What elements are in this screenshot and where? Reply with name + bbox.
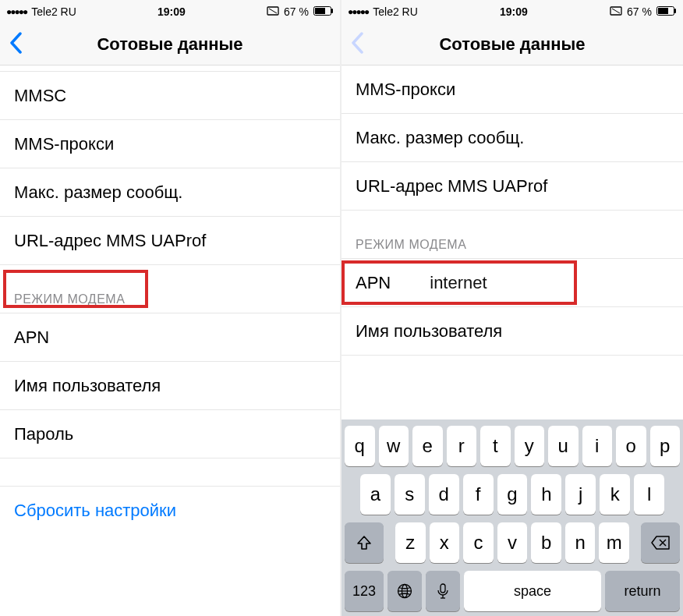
- row-apn[interactable]: APN: [0, 313, 340, 362]
- key-z[interactable]: z: [395, 522, 426, 563]
- signal-icon: ●●●●●: [6, 6, 27, 17]
- label-mms-proxy: MMS-прокси: [14, 134, 114, 154]
- status-left: ●●●●● Tele2 RU: [6, 5, 76, 18]
- back-button[interactable]: [346, 31, 368, 58]
- label-mms-proxy: MMS-прокси: [356, 80, 455, 100]
- row-max-size[interactable]: Макс. размер сообщ.: [0, 168, 340, 217]
- label-max-size: Макс. размер сообщ.: [14, 182, 182, 203]
- key-t[interactable]: t: [480, 426, 511, 466]
- key-p[interactable]: p: [650, 426, 681, 466]
- row-username[interactable]: Имя пользователя: [0, 362, 340, 410]
- key-d[interactable]: d: [429, 474, 459, 515]
- apn-value-input[interactable]: internet: [430, 273, 487, 293]
- row-username[interactable]: Имя пользователя: [342, 307, 683, 356]
- key-delete[interactable]: [641, 522, 680, 563]
- key-globe[interactable]: [388, 571, 422, 611]
- reset-button[interactable]: Сбросить настройки: [0, 487, 340, 535]
- key-v[interactable]: v: [497, 522, 528, 563]
- key-a[interactable]: a: [360, 474, 391, 515]
- key-g[interactable]: g: [497, 474, 528, 515]
- key-space-label: space: [514, 583, 551, 600]
- status-bar: ●●●●● Tele2 RU 19:09 67 %: [0, 0, 340, 23]
- key-123-label: 123: [352, 583, 376, 600]
- key-x[interactable]: x: [430, 522, 460, 563]
- key-n[interactable]: n: [565, 522, 596, 563]
- spacer: [0, 458, 340, 487]
- key-b[interactable]: b: [531, 522, 561, 563]
- row-apn[interactable]: APN internet: [342, 259, 683, 307]
- key-s[interactable]: s: [395, 474, 425, 515]
- page-title: Сотовые данные: [439, 34, 585, 55]
- row-mmsc[interactable]: MMSC: [0, 72, 340, 120]
- key-mic[interactable]: [426, 571, 460, 611]
- key-q[interactable]: q: [345, 426, 375, 466]
- rotation-lock-icon: [267, 5, 279, 19]
- status-right: 67 %: [610, 5, 677, 19]
- key-l[interactable]: l: [634, 474, 664, 515]
- status-bar: ●●●●● Tele2 RU 19:09 67 %: [342, 0, 683, 23]
- row-mms-proxy[interactable]: MMS-прокси: [342, 65, 683, 114]
- settings-list: MMSC MMS-прокси Макс. размер сообщ. URL-…: [0, 65, 340, 616]
- row-ua-prof[interactable]: URL-адрес MMS UAProf: [0, 217, 340, 265]
- svg-rect-6: [658, 8, 668, 14]
- key-f[interactable]: f: [463, 474, 494, 515]
- keyboard: qwertyuiop asdfghjkl zxcvbnm 123 space r…: [342, 420, 683, 616]
- label-password: Пароль: [14, 424, 73, 444]
- key-i[interactable]: i: [582, 426, 613, 466]
- battery-icon: [656, 5, 677, 18]
- row-ua-prof[interactable]: URL-адрес MMS UAProf: [342, 162, 683, 211]
- key-space[interactable]: space: [464, 571, 601, 611]
- key-k[interactable]: k: [600, 474, 630, 515]
- key-shift[interactable]: [345, 522, 384, 563]
- key-return-label: return: [624, 583, 660, 600]
- row-mms-proxy[interactable]: MMS-прокси: [0, 120, 340, 168]
- nav-bar: Сотовые данные: [342, 23, 683, 65]
- label-ua-prof: URL-адрес MMS UAProf: [14, 231, 206, 251]
- status-time: 19:09: [500, 5, 528, 18]
- battery-icon: [313, 5, 334, 18]
- label-username: Имя пользователя: [14, 376, 161, 396]
- kb-row-2: asdfghjkl: [345, 474, 680, 515]
- key-o[interactable]: o: [616, 426, 646, 466]
- page-title: Сотовые данные: [97, 34, 242, 55]
- phone-right: ●●●●● Tele2 RU 19:09 67 % Сотовые данные…: [342, 0, 683, 616]
- key-c[interactable]: c: [463, 522, 494, 563]
- phone-left: ●●●●● Tele2 RU 19:09 67 % Сотовые данные…: [0, 0, 342, 616]
- status-time: 19:09: [157, 5, 186, 18]
- svg-rect-3: [331, 9, 333, 13]
- key-123[interactable]: 123: [345, 571, 384, 611]
- key-m[interactable]: m: [599, 522, 629, 563]
- settings-list: MMS-прокси Макс. размер сообщ. URL-адрес…: [342, 65, 683, 420]
- status-right: 67 %: [267, 5, 334, 19]
- key-j[interactable]: j: [565, 474, 596, 515]
- section-header-modem: РЕЖИМ МОДЕМА: [0, 265, 340, 313]
- label-mmsc: MMSC: [14, 86, 66, 106]
- nav-bar: Сотовые данные: [0, 23, 340, 65]
- section-header-text: РЕЖИМ МОДЕМА: [14, 292, 125, 306]
- key-return[interactable]: return: [605, 571, 680, 611]
- svg-rect-7: [674, 9, 676, 13]
- key-w[interactable]: w: [379, 426, 409, 466]
- row-password[interactable]: Пароль: [0, 410, 340, 458]
- label-username: Имя пользователя: [356, 321, 502, 342]
- battery-percent: 67 %: [284, 5, 309, 18]
- carrier-label: Tele2 RU: [373, 5, 418, 18]
- kb-row-1: qwertyuiop: [345, 426, 680, 466]
- carrier-label: Tele2 RU: [31, 5, 76, 18]
- section-header-text: РЕЖИМ МОДЕМА: [356, 238, 466, 252]
- rotation-lock-icon: [610, 5, 622, 19]
- key-y[interactable]: y: [515, 426, 545, 466]
- key-u[interactable]: u: [548, 426, 579, 466]
- label-max-size: Макс. размер сообщ.: [356, 128, 524, 148]
- label-ua-prof: URL-адрес MMS UAProf: [356, 176, 547, 196]
- status-left: ●●●●● Tele2 RU: [348, 5, 418, 18]
- key-r[interactable]: r: [447, 426, 477, 466]
- kb-row-3: zxcvbnm: [345, 522, 680, 563]
- key-e[interactable]: e: [412, 426, 443, 466]
- key-h[interactable]: h: [531, 474, 561, 515]
- battery-percent: 67 %: [627, 5, 652, 18]
- row-max-size[interactable]: Макс. размер сообщ.: [342, 114, 683, 162]
- label-apn: APN: [356, 273, 391, 293]
- back-button[interactable]: [5, 31, 27, 58]
- svg-rect-2: [315, 8, 325, 14]
